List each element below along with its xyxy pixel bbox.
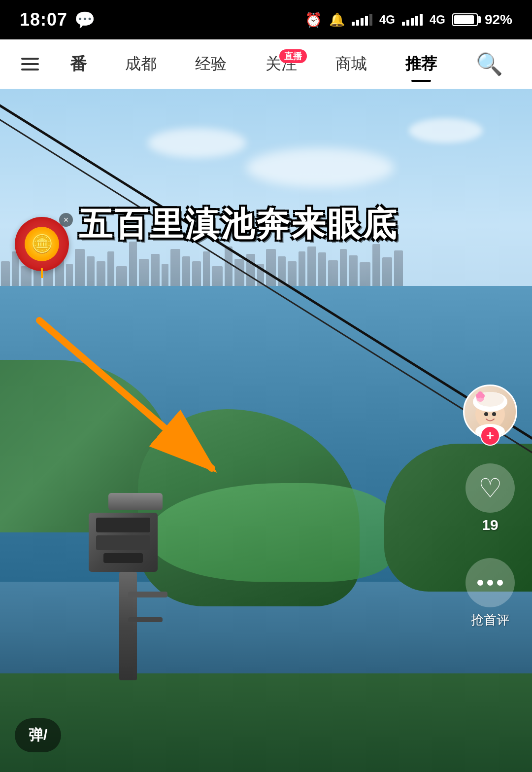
right-sidebar: + ♡ 19 抢首评 — [463, 385, 517, 629]
battery-icon — [452, 13, 478, 26]
signal-bar — [411, 18, 414, 26]
signal-bar — [352, 22, 355, 26]
signal-bars-2 — [402, 14, 423, 26]
hamburger-line — [21, 58, 39, 60]
hamburger-line — [21, 63, 39, 65]
comment-label: 抢首评 — [471, 611, 509, 629]
follow-plus-button[interactable]: + — [480, 426, 500, 446]
battery-percent: 92% — [485, 12, 512, 28]
svg-point-10 — [492, 412, 496, 416]
nav-label-shangcheng: 商城 — [335, 53, 367, 75]
comment-button[interactable]: 抢首评 — [466, 558, 515, 629]
signal-bars-1 — [352, 14, 372, 26]
cloud-3 — [409, 118, 483, 143]
close-icon: × — [64, 215, 69, 225]
signal-bar — [361, 18, 364, 26]
like-count: 19 — [482, 517, 498, 533]
bracket-detail-2 — [96, 535, 150, 550]
hongbao-inner: 🪙 — [25, 227, 59, 261]
dot-1 — [477, 580, 483, 586]
nav-label-jingyan: 经验 — [195, 53, 227, 75]
svg-point-8 — [478, 391, 483, 396]
dot-2 — [487, 580, 493, 586]
hongbao-close-button[interactable]: × — [59, 213, 73, 227]
comment-icon-circle[interactable] — [466, 558, 515, 607]
bracket-pole — [119, 572, 137, 680]
cloud-2 — [246, 148, 394, 187]
nav-item-guanzhu[interactable]: 直播 关注 — [258, 48, 305, 80]
live-badge: 直播 — [279, 49, 307, 63]
heart-icon[interactable]: ♡ — [466, 463, 515, 513]
search-icon: 🔍 — [476, 51, 503, 77]
nav-logo[interactable]: 番 — [62, 48, 95, 80]
hongbao-coin: 🪙 — [31, 234, 53, 254]
nav-item-tuijian[interactable]: 推荐 — [398, 48, 445, 80]
cable-bracket — [89, 493, 167, 622]
signal-bar — [406, 20, 409, 26]
plus-icon: + — [486, 428, 494, 444]
bracket-crossbar-2 — [128, 617, 163, 622]
wechat-icon: 💬 — [74, 10, 95, 30]
status-time: 18:07 — [20, 9, 67, 30]
bracket-crossbar-1 — [128, 592, 167, 597]
hongbao[interactable]: 🪙 × — [15, 217, 69, 271]
nav-bar: 番 成都 经验 直播 关注 商城 推荐 🔍 — [0, 39, 532, 89]
signal-bar — [365, 16, 368, 26]
network-4g-1: 4G — [379, 13, 395, 27]
status-bar-left: 18:07 💬 — [20, 9, 95, 30]
bracket-detail-3 — [103, 553, 143, 563]
status-bar: 18:07 💬 ⏰ 🔔 4G 4G 92% — [0, 0, 532, 39]
bracket-body — [89, 513, 158, 572]
signal-bar — [420, 14, 423, 26]
danmu-label: 弹/ — [29, 725, 47, 745]
creator-avatar[interactable]: + — [463, 385, 517, 439]
cloud-1 — [148, 128, 246, 158]
nav-item-chengdu[interactable]: 成都 — [117, 48, 165, 80]
nav-label-chengdu: 成都 — [125, 53, 157, 75]
signal-bar — [356, 20, 359, 26]
notification-icon: 🔔 — [329, 12, 345, 28]
signal-bar — [402, 22, 405, 26]
nav-label-tuijian: 推荐 — [405, 53, 437, 75]
comment-dots — [477, 580, 503, 586]
video-area[interactable]: 五百里滇池奔来眼底 🪙 × — [0, 89, 532, 772]
logo-text: 番 — [70, 53, 87, 75]
hamburger-line — [21, 69, 39, 70]
hongbao-string — [41, 268, 43, 278]
hamburger-menu[interactable] — [21, 58, 39, 70]
danmu-button[interactable]: 弹/ — [15, 718, 61, 752]
alarm-icon: ⏰ — [305, 12, 322, 28]
battery-fill — [454, 15, 474, 24]
bracket-clamp — [108, 493, 163, 510]
hongbao-circle[interactable]: 🪙 × — [15, 217, 69, 271]
video-title: 五百里滇池奔来眼底 — [79, 202, 398, 247]
bottom-green — [0, 673, 532, 772]
nav-item-jingyan[interactable]: 经验 — [187, 48, 234, 80]
nav-item-shangcheng[interactable]: 商城 — [328, 48, 375, 80]
svg-point-9 — [484, 412, 488, 416]
like-button[interactable]: ♡ 19 — [466, 463, 515, 533]
dot-3 — [497, 580, 503, 586]
bracket-detail-1 — [96, 518, 150, 532]
signal-bar — [369, 14, 372, 26]
network-4g-2: 4G — [430, 13, 445, 27]
status-bar-right: ⏰ 🔔 4G 4G 92% — [305, 12, 512, 28]
signal-bar — [415, 16, 418, 26]
search-button[interactable]: 🔍 — [468, 46, 511, 82]
heart-symbol: ♡ — [478, 473, 502, 504]
